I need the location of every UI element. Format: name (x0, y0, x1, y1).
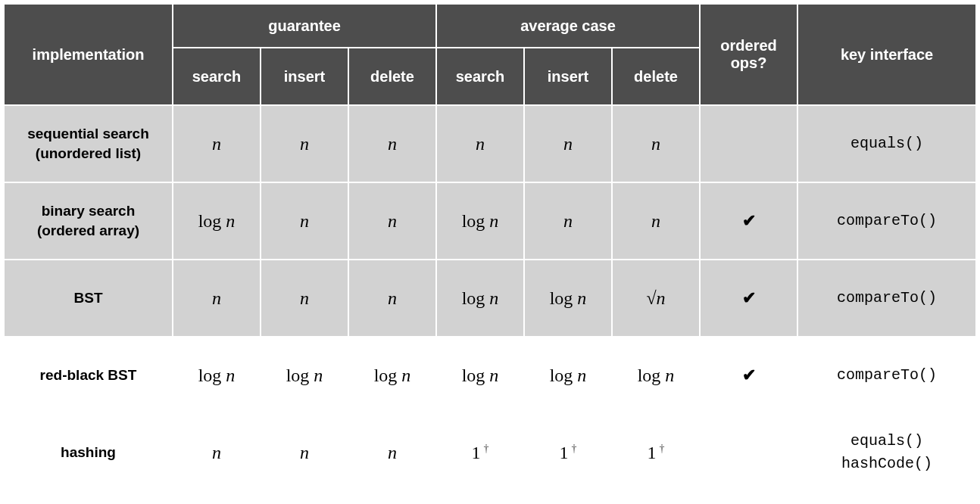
key-interface-line: compareTo() (798, 287, 975, 310)
cell-guarantee-search: log n (173, 337, 261, 414)
header-average-search: search (436, 48, 524, 105)
impl-cell: BST (4, 260, 173, 337)
table-row: BST n n n log n log n √n ✔ compareTo() (4, 260, 976, 337)
header-guarantee-search: search (173, 48, 261, 105)
cell-guarantee-delete: n (348, 414, 436, 491)
cell-average-delete: log n (612, 337, 700, 414)
cell-average-search: log n (436, 260, 524, 337)
cell-average-search: log n (436, 182, 524, 260)
header-key-interface: key interface (797, 4, 976, 105)
cell-average-delete: n (612, 105, 700, 182)
cell-ordered-ops: ✔ (700, 337, 797, 414)
cell-guarantee-search: n (173, 260, 261, 337)
cell-ordered-ops (700, 105, 797, 182)
cell-guarantee-search: n (173, 414, 261, 491)
table-body: sequential search (unordered list) n n n… (4, 105, 976, 491)
impl-sub: (ordered array) (12, 221, 164, 241)
key-interface-line: hashCode() (798, 453, 975, 475)
header-guarantee: guarantee (173, 4, 436, 48)
impl-name: sequential search (12, 124, 164, 144)
cell-guarantee-search: log n (173, 182, 261, 260)
cell-key-interface: compareTo() (797, 337, 976, 414)
table-row: hashing n n n 1† 1† 1† equals() hashCode… (4, 414, 976, 491)
complexity-table: implementation guarantee average case or… (3, 3, 977, 492)
impl-name: binary search (12, 201, 164, 221)
cell-key-interface: compareTo() (797, 182, 976, 260)
key-interface-line: compareTo() (798, 364, 975, 387)
header-guarantee-delete: delete (348, 48, 436, 105)
cell-guarantee-insert: n (261, 260, 348, 337)
cell-key-interface: equals() (797, 105, 976, 182)
table-row: red-black BST log n log n log n log n lo… (4, 337, 976, 414)
cell-average-delete: n (612, 182, 700, 260)
cell-guarantee-delete: n (348, 260, 436, 337)
key-interface-line: equals() (798, 430, 975, 453)
impl-name: hashing (12, 443, 164, 462)
cell-average-delete: √n (612, 260, 700, 337)
header-ordered-ops: ordered ops? (700, 4, 797, 105)
cell-average-search: log n (436, 337, 524, 414)
header-average-delete: delete (612, 48, 700, 105)
cell-average-insert: log n (524, 260, 612, 337)
cell-guarantee-search: n (173, 105, 261, 182)
key-interface-line: compareTo() (798, 210, 975, 232)
impl-cell: hashing (4, 414, 173, 491)
cell-guarantee-insert: n (261, 105, 348, 182)
cell-guarantee-insert: log n (261, 337, 348, 414)
cell-average-delete: 1† (612, 414, 700, 491)
key-interface-line: equals() (798, 132, 975, 155)
cell-guarantee-insert: n (261, 414, 348, 491)
impl-cell: red-black BST (4, 337, 173, 414)
cell-average-insert: log n (524, 337, 612, 414)
impl-name: red-black BST (12, 366, 164, 385)
cell-average-insert: n (524, 105, 612, 182)
cell-ordered-ops (700, 414, 797, 491)
impl-cell: sequential search (unordered list) (4, 105, 173, 182)
cell-average-search: n (436, 105, 524, 182)
table-row: binary search (ordered array) log n n n … (4, 182, 976, 260)
cell-average-insert: 1† (524, 414, 612, 491)
cell-average-search: 1† (436, 414, 524, 491)
header-guarantee-insert: insert (261, 48, 348, 105)
cell-ordered-ops: ✔ (700, 260, 797, 337)
cell-guarantee-delete: log n (348, 337, 436, 414)
impl-cell: binary search (ordered array) (4, 182, 173, 260)
cell-ordered-ops: ✔ (700, 182, 797, 260)
table-row: sequential search (unordered list) n n n… (4, 105, 976, 182)
impl-sub: (unordered list) (12, 144, 164, 163)
cell-key-interface: compareTo() (797, 260, 976, 337)
header-average-case: average case (436, 4, 700, 48)
header-implementation: implementation (4, 4, 173, 105)
cell-average-insert: n (524, 182, 612, 260)
cell-guarantee-insert: n (261, 182, 348, 260)
cell-guarantee-delete: n (348, 182, 436, 260)
header-average-insert: insert (524, 48, 612, 105)
cell-guarantee-delete: n (348, 105, 436, 182)
cell-key-interface: equals() hashCode() (797, 414, 976, 491)
impl-name: BST (12, 288, 164, 308)
